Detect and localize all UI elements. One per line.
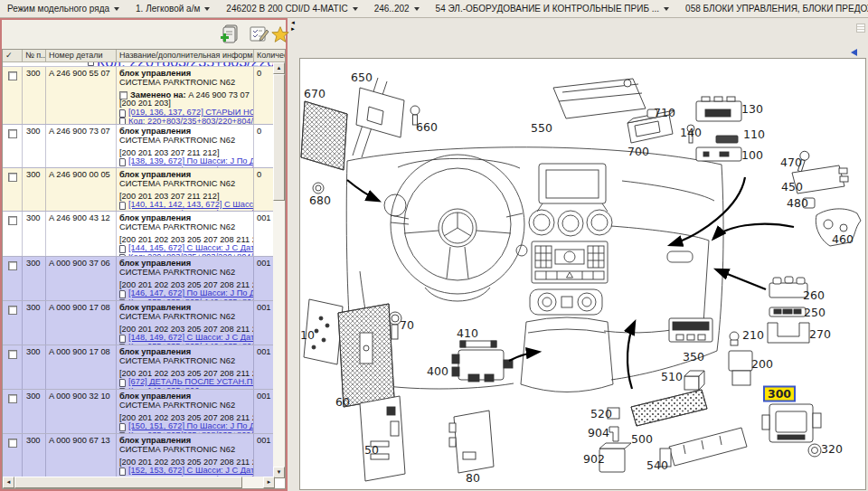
part-label-650[interactable]: 650 [351,71,373,84]
row-checkbox[interactable] [8,216,17,225]
add-document-icon[interactable] [219,24,241,45]
part-label-100[interactable]: 100 [741,148,763,162]
code-link[interactable]: Код: 220+803/235+803/220+804/23... [128,166,253,167]
part-label-520[interactable]: 520 [590,407,612,420]
edit-note-icon[interactable] [248,24,269,45]
header-qty[interactable]: Количес [254,50,285,62]
part-label-60[interactable]: 60 [335,395,350,409]
header-name[interactable]: Название/дополнительная информация [117,50,254,62]
row-checkbox[interactable] [8,129,17,138]
collapse-panel-icon[interactable] [851,49,857,56]
code-link[interactable]: Код: 220+803/235+803/220+804/23... [97,62,273,66]
code-link[interactable]: Код: 055+235+805/-140+235+806 [128,343,253,345]
scroll-right-button[interactable]: ► [263,477,275,488]
footnote-link[interactable]: [148, 149, 672] С Шасси: J С Дата: [128,334,253,343]
part-label-300-highlighted[interactable]: 300 [768,387,791,401]
part-label-130[interactable]: 130 [741,102,763,116]
table-row[interactable]: 300A 246 900 55 07блок управленияСИСТЕМА… [3,67,273,125]
part-label-10[interactable]: 10 [300,328,315,342]
part-label-400[interactable]: 400 [427,364,448,378]
row-checkbox[interactable] [8,71,17,80]
part-label-270[interactable]: 270 [809,327,831,341]
footnote-link[interactable]: [144, 145, 672] С Шасси: J С Дата: [128,244,253,253]
menu-model-range[interactable]: Режим модельного ряда [7,4,119,14]
part-label-660[interactable]: 660 [416,120,438,134]
part-label-50[interactable]: 50 [364,443,379,457]
part-label-680[interactable]: 680 [309,194,331,207]
part-label-710[interactable]: 710 [654,106,675,119]
table-row[interactable]: 300A 000 900 32 10блок управленияСИСТЕМА… [3,390,273,434]
part-label-510[interactable]: 510 [661,370,683,383]
scroll-up-button[interactable]: ▲ [273,62,285,74]
quantity: 001 [254,301,273,345]
menu-vehicle-type[interactable]: 1. Легковой а/м [136,4,210,14]
vertical-scroll-thumb[interactable] [273,74,285,201]
part-label-904[interactable]: 904 [588,426,609,439]
header-row-number[interactable]: № п... [23,50,46,62]
footnote-link[interactable]: [019, 136, 137, 672] СТАРЫЙ НОМЕР ДЕ [128,109,253,118]
document-icon [119,344,126,345]
part-label-700[interactable]: 700 [627,145,649,158]
table-row[interactable]: 300A 246 900 73 07блок управленияСИСТЕМА… [3,125,273,168]
panel-splitter[interactable]: ◄► [288,20,298,38]
part-label-550[interactable]: 550 [531,121,552,135]
footnote-link[interactable]: [152, 153, 672] С Шасси: J С Дата: [128,467,253,476]
part-label-450[interactable]: 450 [781,180,803,194]
row-checkbox[interactable] [8,261,17,270]
table-row[interactable]: 300A 000 900 37 06блок управленияСИСТЕМА… [3,257,273,301]
window-menu-icon[interactable] [856,24,865,33]
menu-group[interactable]: 54 ЭЛ.-ОБОРУДОВАНИЕ И КОНТРОЛЬНЫЕ ПРИБ .… [436,4,669,14]
part-label-210[interactable]: 210 [742,328,764,342]
horizontal-scroll-thumb[interactable] [14,477,242,488]
code-link[interactable]: Код: 140+235+806 [128,387,199,389]
row-checkbox[interactable] [8,350,17,359]
part-label-670[interactable]: 670 [304,87,326,100]
part-label-260[interactable]: 260 [803,288,825,302]
part-label-250[interactable]: 250 [804,306,826,319]
chevron-down-icon [414,7,420,11]
footnote-link[interactable]: [672] ДЕТАЛЬ ПОСЛЕ УСТАН.ПРОВЕРИ [128,378,253,387]
part-label-70[interactable]: 70 [400,318,414,332]
code-link[interactable]: Код: 235+807/235+808/235+809/23... [128,431,253,433]
document-icon [119,158,126,166]
table-row[interactable]: 300A 246 900 43 12блок управленияСИСТЕМА… [3,212,273,257]
part-label-540[interactable]: 540 [646,458,668,472]
code-link[interactable]: Код: 220+803/235+803/220+804/23... [128,210,253,211]
part-label-200[interactable]: 200 [751,357,773,371]
footnote-link[interactable]: [140, 141, 142, 143, 672] С Шасси: J [128,201,253,210]
part-label-470[interactable]: 470 [780,156,802,169]
quantity: 001 [254,345,273,389]
row-checkbox[interactable] [8,439,17,448]
footnote-link[interactable]: [150, 151, 672] По Шасси: J По Да [128,422,253,431]
code-link[interactable]: Код: 220+803/235+803/220+804/23... [128,118,253,124]
menu-model[interactable]: 246202 В 200 CDI/D 4-MATIC [226,4,357,14]
part-label-350[interactable]: 350 [683,350,704,364]
part-label-140[interactable]: 140 [680,126,702,139]
part-label-902[interactable]: 902 [583,452,605,466]
row-checkbox[interactable] [8,394,17,403]
row-checkbox[interactable] [8,306,17,315]
row-checkbox[interactable] [8,173,17,182]
code-link[interactable]: Код: 055+235+805/-140+235+806 [128,298,253,300]
favorites-star-icon[interactable] [271,24,289,45]
part-label-320[interactable]: 320 [821,442,843,456]
scroll-left-button[interactable]: ◄ [3,477,14,488]
part-label-500[interactable]: 500 [631,432,653,446]
header-part-number[interactable]: Номер детали [46,50,117,62]
header-check[interactable]: ✓ [3,50,23,62]
part-label-410[interactable]: 410 [457,326,478,340]
table-row[interactable]: 300A 246 900 00 05блок управленияСИСТЕМА… [3,168,273,212]
table-row[interactable]: 300A 000 900 17 08блок управленияСИСТЕМА… [3,301,273,345]
part-label-480[interactable]: 480 [787,196,808,210]
table-row[interactable]: 300A 000 900 67 13блок управленияСИСТЕМА… [3,434,273,478]
row-number: 300 [23,434,46,478]
menu-series[interactable]: 246..202 [374,4,420,14]
menu-subgroup[interactable]: 058 БЛОКИ УПРАВЛЕНИЯ, БЛОКИ ПРЕДОХРАНИТЕ… [685,4,868,14]
footnote-link[interactable]: [146, 147, 672] По Шасси: J По Да [128,289,253,298]
part-label-460[interactable]: 460 [832,232,854,246]
part-label-80[interactable]: 80 [466,471,480,485]
code-link[interactable]: Код: 220+803/235+803/220+804/23... [128,253,253,256]
footnote-link[interactable]: [138, 139, 672] По Шасси: J По Да [128,157,253,166]
table-row[interactable]: 300A 000 900 17 08блок управленияСИСТЕМА… [3,345,273,390]
part-label-110[interactable]: 110 [743,127,765,141]
